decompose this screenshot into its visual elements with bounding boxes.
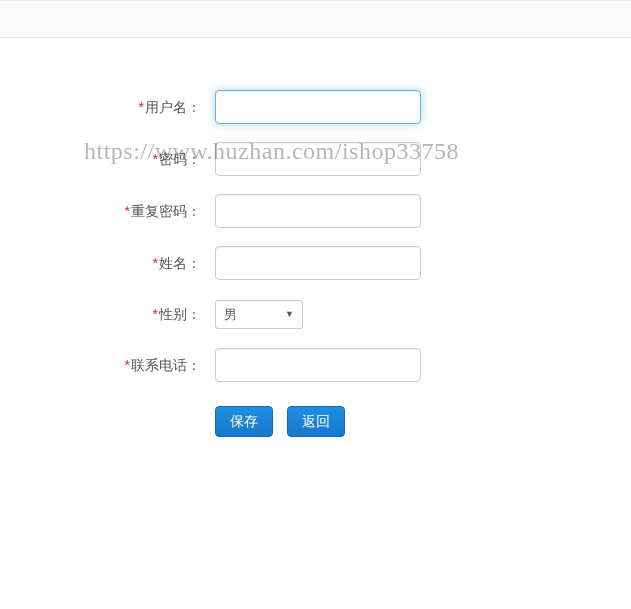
header-bar — [0, 0, 631, 38]
required-mark: * — [153, 306, 158, 322]
row-username: *用户名： — [0, 90, 631, 124]
required-mark: * — [139, 99, 144, 115]
chevron-down-icon: ▼ — [285, 309, 294, 319]
required-mark: * — [153, 151, 158, 167]
save-button[interactable]: 保存 — [215, 406, 273, 437]
label-gender: *性别： — [0, 298, 215, 330]
label-phone: *联系电话： — [0, 349, 215, 381]
label-phone-text: 联系电话： — [131, 357, 201, 373]
button-row: 保存 返回 — [0, 406, 631, 437]
repeat-password-input[interactable] — [215, 194, 421, 228]
row-repeat-password: *重复密码： — [0, 194, 631, 228]
label-name: *姓名： — [0, 247, 215, 279]
username-input[interactable] — [215, 90, 421, 124]
label-password: *密码： — [0, 143, 215, 175]
row-name: *姓名： — [0, 246, 631, 280]
row-gender: *性别： 男 ▼ — [0, 298, 631, 330]
back-button[interactable]: 返回 — [287, 406, 345, 437]
phone-input[interactable] — [215, 348, 421, 382]
row-phone: *联系电话： — [0, 348, 631, 382]
name-input[interactable] — [215, 246, 421, 280]
required-mark: * — [125, 357, 130, 373]
label-username: *用户名： — [0, 91, 215, 123]
label-password-text: 密码： — [159, 151, 201, 167]
label-gender-text: 性别： — [159, 306, 201, 322]
password-input[interactable] — [215, 142, 421, 176]
required-mark: * — [153, 255, 158, 271]
label-repeat-password: *重复密码： — [0, 195, 215, 227]
user-form: *用户名： *密码： *重复密码： *姓名： *性别： — [0, 38, 631, 437]
gender-select[interactable]: 男 ▼ — [215, 300, 303, 329]
row-password: *密码： — [0, 142, 631, 176]
required-mark: * — [125, 203, 130, 219]
label-repeat-password-text: 重复密码： — [131, 203, 201, 219]
label-name-text: 姓名： — [159, 255, 201, 271]
label-username-text: 用户名： — [145, 99, 201, 115]
